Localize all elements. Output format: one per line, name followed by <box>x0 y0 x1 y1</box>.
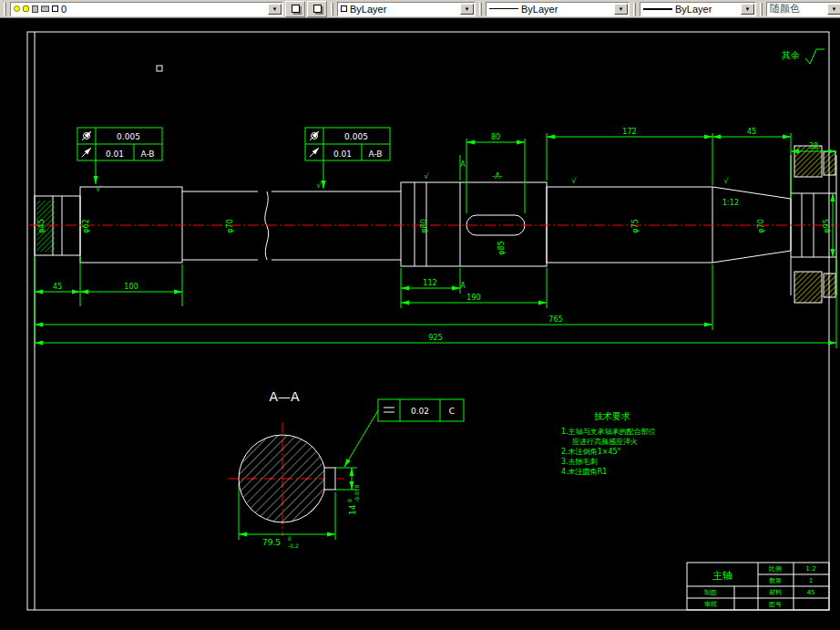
draft-label: 制图 <box>703 589 717 596</box>
color-combo[interactable]: ByLayer ▼ <box>337 2 476 16</box>
drawing-no-label: 图号 <box>769 601 782 608</box>
layer-plot-icon <box>41 5 49 12</box>
toolbar-grip[interactable] <box>331 3 333 15</box>
lineweight-value: ByLayer <box>675 4 738 15</box>
plotstyle-value: 随颜色 <box>770 2 825 15</box>
dimension-label: 45 <box>747 128 756 136</box>
toolbar-grip[interactable] <box>479 3 482 15</box>
color-value: ByLayer <box>350 4 457 15</box>
dimension-label: 1:12 <box>722 199 739 207</box>
dimension-label: 112 <box>423 279 436 287</box>
section-label: A—A <box>269 389 300 404</box>
cad-application-window: 0 ▼ ByLayer ▼ ByLayer ▼ ByLayer ▼ <box>0 0 840 630</box>
tolerance-datum: A-B <box>140 150 154 159</box>
properties-toolbar: 0 ▼ ByLayer ▼ ByLayer ▼ ByLayer ▼ <box>0 0 840 18</box>
color-swatch-icon <box>341 5 347 12</box>
keyway-notch <box>324 468 335 490</box>
scale-label: 比例 <box>769 565 782 573</box>
width-dim-upper: 0 <box>288 535 292 542</box>
title-block: 主轴 比例 1:2 数量 1 制图 材料 45 审核 图号 <box>687 563 829 610</box>
linetype-dropdown-arrow[interactable]: ▼ <box>614 4 628 15</box>
layer-combo[interactable]: 0 ▼ <box>10 2 283 16</box>
keyway-dim-lower: -0.018 <box>353 484 360 502</box>
material-value: 45 <box>807 589 815 596</box>
tolerance-value: 0.005 <box>117 132 140 141</box>
plotstyle-combo[interactable]: 随颜色 ▼ <box>766 2 840 16</box>
tolerance-frame-1: 0.005 0.01 A-B <box>77 128 162 160</box>
tech-line: 3.去除毛刺 <box>561 458 598 466</box>
dimension-label: φ95 <box>823 219 831 232</box>
dimension-label: √ <box>424 172 429 181</box>
dimension-label: -A- <box>493 172 503 181</box>
linetype-line-icon <box>489 8 518 9</box>
tolerance-value: 0.01 <box>333 150 352 159</box>
tech-line: 应进行高频感应淬火 <box>572 438 638 446</box>
qty-label: 数量 <box>769 577 782 584</box>
dimension-label: √ <box>96 185 101 193</box>
toolbar-grip[interactable] <box>760 3 763 15</box>
layer-on-icon <box>14 5 20 12</box>
dimension-label: A <box>460 160 466 169</box>
linetype-combo[interactable]: ByLayer ▼ <box>486 2 630 16</box>
tech-line: 4.未注圆角R1 <box>561 468 607 476</box>
tolerance-datum: C <box>449 407 455 416</box>
dimension-label: φ85 <box>497 241 506 254</box>
layers-icon <box>292 5 300 13</box>
lineweight-combo[interactable]: ByLayer ▼ <box>640 2 756 16</box>
lineweight-dropdown-arrow[interactable]: ▼ <box>741 4 754 15</box>
tolerance-value: 0.02 <box>411 407 429 416</box>
layer-lock-icon <box>32 5 38 13</box>
lineweight-line-icon <box>643 8 672 10</box>
tolerance-value: 0.01 <box>106 150 124 159</box>
dimension-label: 80 <box>491 133 500 141</box>
tech-line: 2.未注倒角1×45° <box>561 448 621 456</box>
scale-value: 1:2 <box>805 565 815 573</box>
tolerance-value: 0.005 <box>344 132 368 141</box>
dimension-label: 38 <box>809 142 818 150</box>
dimension-label: √ <box>316 181 322 190</box>
drawing-canvas[interactable]: 其余 <box>0 18 840 630</box>
cad-drawing: 其余 <box>0 18 840 630</box>
layer-freeze-icon <box>23 5 29 12</box>
layer-dropdown-arrow[interactable]: ▼ <box>268 4 282 15</box>
centerlines <box>29 225 838 536</box>
make-object-layer-current-button[interactable] <box>307 1 327 17</box>
surface-note: 其余 <box>782 50 800 60</box>
dimension-label: √ <box>571 177 577 185</box>
tech-title: 技术要求 <box>594 411 630 421</box>
plotstyle-dropdown-arrow[interactable]: ▼ <box>827 4 840 15</box>
part-title: 主轴 <box>712 570 732 582</box>
qty-value: 1 <box>809 577 813 584</box>
tolerance-frame-2: 0.005 0.01 A-B <box>305 128 390 160</box>
dimension-label: φ70 <box>757 219 765 232</box>
keyway-dim-upper: 0 <box>346 499 353 502</box>
keyway-dim: 14 <box>348 504 357 515</box>
runout-icon <box>82 148 91 157</box>
dimension-labels: 80172453845100112190765925φ45φ62φ70φ80φ8… <box>37 128 831 342</box>
dimension-label: 45 <box>53 283 62 291</box>
section-circle <box>239 435 326 522</box>
dimension-label: 190 <box>466 294 480 302</box>
tolerance-datum: A-B <box>368 150 382 159</box>
sheet-frame <box>27 32 829 610</box>
layer-manager-button[interactable] <box>285 1 305 17</box>
dimension-label: 925 <box>428 334 442 342</box>
dimension-label: 765 <box>548 315 562 324</box>
layer-color-chip <box>52 5 58 12</box>
linetype-value: ByLayer <box>521 4 611 15</box>
layers-edit-icon <box>313 5 322 13</box>
pickbox-cursor <box>157 66 162 71</box>
dimension-label: √ <box>723 177 729 185</box>
material-label: 材料 <box>769 589 782 596</box>
technical-requirements: 技术要求 1.主轴与支承轴承的配合部位 应进行高频感应淬火 2.未注倒角1×45… <box>561 411 656 476</box>
dimension-label: A <box>460 282 466 290</box>
dimension-label: 172 <box>622 128 636 136</box>
toolbar-grip[interactable] <box>633 3 636 15</box>
section-view: A—A 79.5 0 -0.2 14 0 -0.018 <box>239 389 360 549</box>
toolbar-grip[interactable] <box>4 3 6 15</box>
layer-name: 0 <box>61 4 265 15</box>
color-dropdown-arrow[interactable]: ▼ <box>460 4 474 15</box>
dimension-label: φ70 <box>226 219 234 232</box>
tolerance-frame-3: 0.02 C <box>378 399 464 421</box>
runout-icon <box>310 148 319 157</box>
